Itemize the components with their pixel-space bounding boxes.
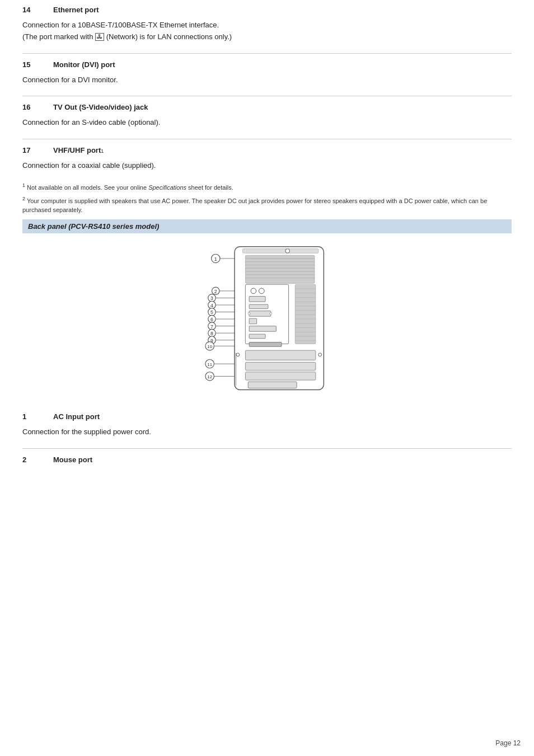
svg-text:11: 11	[207, 362, 212, 367]
svg-rect-36	[249, 342, 282, 346]
section-14-text1: Connection for a 10BASE-T/100BASE-TX Eth…	[22, 21, 219, 29]
section-16-header: 16 TV Out (S-Video/video) jack	[22, 103, 512, 111]
footnote-1-italic: Specifications	[148, 184, 186, 191]
section-15-body: Connection for a DVI monitor.	[22, 74, 512, 86]
section-17-header: 17 VHF/UHF port1	[22, 146, 512, 154]
svg-rect-20	[249, 326, 276, 331]
section-16-title: TV Out (S-Video/video) jack	[53, 103, 148, 111]
section-1-ac: 1 AC Input port Connection for the suppl…	[22, 412, 512, 438]
section-14-title: Ethernet port	[53, 6, 99, 14]
section-17-text: Connection for a coaxial cable (supplied…	[22, 161, 156, 170]
svg-text:2: 2	[214, 289, 217, 294]
svg-point-41	[236, 353, 240, 356]
section-1-ac-number: 1	[22, 412, 53, 421]
svg-text:1: 1	[214, 256, 217, 262]
section-15-header: 15 Monitor (DVI) port	[22, 60, 512, 69]
svg-text:12: 12	[207, 374, 212, 379]
page-number: Page 12	[495, 739, 521, 747]
svg-rect-21	[249, 334, 265, 339]
svg-rect-3	[245, 255, 315, 283]
diagram-container: 1 2 3 4 5 6 7 8 9	[22, 242, 512, 399]
svg-rect-19	[249, 318, 257, 324]
svg-rect-39	[245, 362, 316, 370]
section-14-body: Connection for a 10BASE-T/100BASE-TX Eth…	[22, 20, 512, 43]
page-content: 14 Ethernet port Connection for a 10BASE…	[0, 0, 534, 496]
svg-rect-43	[248, 382, 297, 388]
section-1-ac-title: AC Input port	[53, 412, 100, 421]
section-2-mouse: 2 Mouse port	[22, 456, 512, 464]
svg-rect-37	[236, 353, 236, 386]
svg-point-12	[251, 288, 256, 294]
svg-rect-40	[245, 372, 316, 380]
section-14-header: 14 Ethernet port	[22, 6, 512, 14]
section-17-title: VHF/UHF port	[53, 146, 101, 154]
svg-text:5: 5	[210, 309, 213, 315]
footnotes-area: 1 Not available on all models. See your …	[22, 182, 512, 215]
footnote-1-text2: sheet for details.	[186, 184, 233, 191]
svg-point-17	[248, 312, 250, 314]
divider-15-16	[22, 96, 512, 96]
section-2-mouse-header: 2 Mouse port	[22, 456, 512, 464]
section-17: 17 VHF/UHF port1 Connection for a coaxia…	[22, 146, 512, 172]
divider-16-17	[22, 139, 512, 139]
section-16-number: 16	[22, 103, 53, 111]
section-1-ac-text: Connection for the supplied power cord.	[22, 428, 151, 436]
section-16: 16 TV Out (S-Video/video) jack Connectio…	[22, 103, 512, 129]
footnote-2-text: Your computer is supplied with speakers …	[22, 198, 487, 214]
svg-rect-14	[249, 296, 265, 302]
section-17-footnote-marker: 1	[101, 148, 104, 154]
section-16-body: Connection for an S-video cable (optiona…	[22, 117, 512, 129]
svg-rect-15	[249, 304, 268, 309]
section-14: 14 Ethernet port Connection for a 10BASE…	[22, 6, 512, 43]
section-15-number: 15	[22, 60, 53, 69]
network-icon: 🖧	[95, 33, 104, 41]
svg-text:10: 10	[207, 344, 212, 349]
footnote-1-text: Not available on all models. See your on…	[27, 184, 148, 191]
panel-header: Back panel (PCV-RS410 series model)	[22, 219, 512, 233]
section-15-title: Monitor (DVI) port	[53, 60, 115, 69]
section-17-number: 17	[22, 146, 53, 154]
section-14-text2: (The port marked with 🖧 (Network) is for…	[22, 32, 232, 41]
svg-text:3: 3	[210, 295, 213, 301]
footnote-2: 2 Your computer is supplied with speaker…	[22, 195, 512, 215]
section-1-ac-body: Connection for the supplied power cord.	[22, 426, 512, 438]
svg-text:6: 6	[210, 317, 213, 322]
svg-point-18	[270, 312, 272, 314]
svg-text:7: 7	[210, 323, 213, 329]
svg-point-2	[285, 248, 290, 253]
section-17-body: Connection for a coaxial cable (supplied…	[22, 160, 512, 172]
section-1-ac-header: 1 AC Input port	[22, 412, 512, 421]
svg-point-42	[318, 353, 322, 356]
svg-rect-16	[249, 311, 271, 316]
svg-text:8: 8	[210, 331, 213, 336]
svg-text:4: 4	[210, 303, 213, 308]
svg-rect-1	[243, 248, 318, 253]
section-16-text: Connection for an S-video cable (optiona…	[22, 118, 160, 126]
divider-14-15	[22, 53, 512, 54]
svg-point-13	[259, 288, 265, 294]
divider-1-2	[22, 448, 512, 449]
panel-header-label: Back panel (PCV-RS410 series model)	[28, 222, 159, 231]
section-2-mouse-title: Mouse port	[53, 456, 92, 464]
back-panel-diagram: 1 2 3 4 5 6 7 8 9	[189, 242, 345, 399]
section-15: 15 Monitor (DVI) port Connection for a D…	[22, 60, 512, 86]
section-2-mouse-number: 2	[22, 456, 53, 464]
footnote-1: 1 Not available on all models. See your …	[22, 182, 512, 192]
section-14-number: 14	[22, 6, 53, 14]
svg-rect-22	[295, 284, 316, 344]
section-15-text: Connection for a DVI monitor.	[22, 76, 118, 84]
svg-rect-38	[245, 350, 316, 360]
